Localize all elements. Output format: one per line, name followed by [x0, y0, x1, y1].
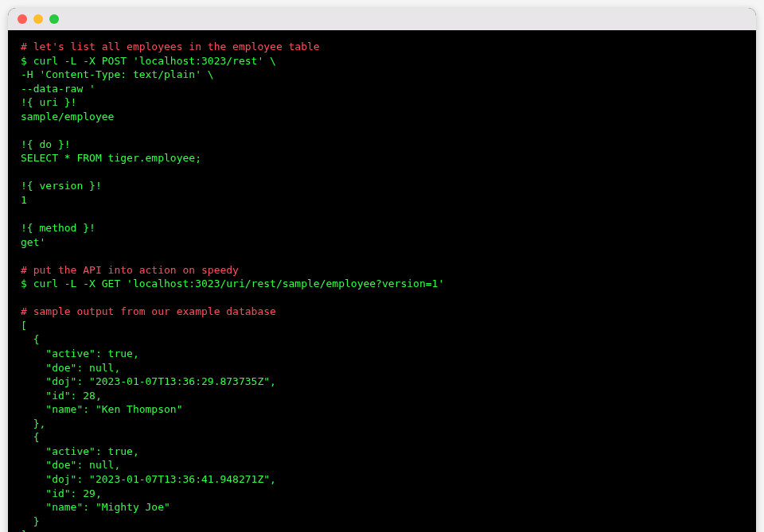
terminal-line: !{ uri }! — [21, 95, 743, 110]
terminal-line — [21, 249, 743, 263]
terminal-line: !{ do }! — [21, 138, 743, 152]
close-icon[interactable] — [18, 14, 27, 24]
terminal-line: }, — [21, 417, 743, 431]
terminal-line — [21, 165, 743, 180]
terminal-line: "id": 28, — [21, 389, 743, 403]
terminal-line: # put the API into action on speedy — [21, 263, 743, 278]
terminal-line: !{ version }! — [21, 179, 743, 193]
terminal-line: !{ method }! — [21, 221, 743, 235]
terminal-line: 1 — [21, 193, 743, 208]
terminal-line: # sample output from our example databas… — [21, 305, 743, 319]
terminal-window: # let's list all employees in the employ… — [8, 8, 756, 532]
window-titlebar — [8, 8, 756, 30]
terminal-line: $ curl -L -X POST 'localhost:3023/rest' … — [21, 54, 743, 68]
terminal-line: SELECT * FROM tiger.employee; — [21, 151, 743, 165]
terminal-line — [21, 291, 743, 305]
terminal-line: "doj": "2023-01-07T13:36:29.873735Z", — [21, 375, 743, 389]
terminal-line: } — [21, 515, 743, 529]
terminal-line: [ — [21, 319, 743, 333]
terminal-line: # let's list all employees in the employ… — [21, 40, 743, 54]
terminal-line: --data-raw ' — [21, 82, 743, 96]
terminal-line: { — [21, 430, 743, 445]
terminal-line: sample/employee — [21, 110, 743, 124]
terminal-body[interactable]: # let's list all employees in the employ… — [8, 30, 756, 532]
terminal-line: $ curl -L -X GET 'localhost:3023/uri/res… — [21, 277, 743, 291]
terminal-line — [21, 208, 743, 222]
terminal-line: "doj": "2023-01-07T13:36:41.948271Z", — [21, 472, 743, 487]
maximize-icon[interactable] — [49, 14, 59, 24]
terminal-line: "active": true, — [21, 445, 743, 459]
terminal-line: "name": "Mighty Joe" — [21, 500, 743, 515]
terminal-line: "active": true, — [21, 347, 743, 361]
terminal-line: "name": "Ken Thompson" — [21, 402, 743, 417]
terminal-line: "id": 29, — [21, 487, 743, 501]
terminal-line: "doe": null, — [21, 361, 743, 375]
minimize-icon[interactable] — [33, 14, 43, 24]
terminal-line: ] — [21, 528, 743, 532]
terminal-line: { — [21, 332, 743, 347]
terminal-line: get' — [21, 235, 743, 250]
terminal-line: "doe": null, — [21, 458, 743, 472]
terminal-line — [21, 123, 743, 138]
terminal-line: -H 'Content-Type: text/plain' \ — [21, 68, 743, 82]
